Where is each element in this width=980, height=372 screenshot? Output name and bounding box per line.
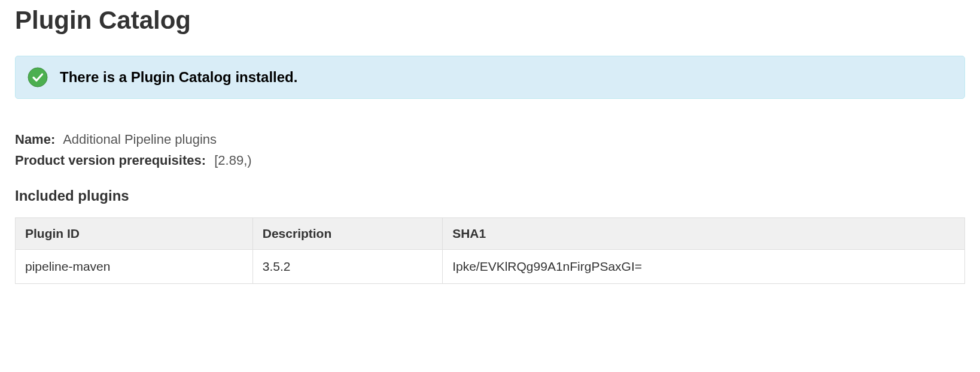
detail-name-row: Name: Additional Pipeline plugins — [15, 129, 965, 150]
cell-plugin-id: pipeline-maven — [16, 250, 253, 284]
install-status-alert: There is a Plugin Catalog installed. — [15, 56, 965, 99]
success-check-icon — [28, 67, 48, 87]
svg-point-0 — [28, 68, 47, 87]
page-title: Plugin Catalog — [15, 6, 965, 35]
plugins-table: Plugin ID Description SHA1 pipeline-mave… — [15, 217, 965, 284]
table-row: pipeline-maven 3.5.2 Ipke/EVKlRQg99A1nFi… — [16, 250, 965, 284]
cell-sha1: Ipke/EVKlRQg99A1nFirgPSaxGI= — [443, 250, 965, 284]
prereq-value: [2.89,) — [214, 153, 251, 168]
name-label: Name: — [15, 132, 55, 147]
detail-prereq-row: Product version prerequisites: [2.89,) — [15, 150, 965, 171]
th-sha1: SHA1 — [443, 218, 965, 250]
alert-message: There is a Plugin Catalog installed. — [60, 69, 297, 86]
cell-description: 3.5.2 — [252, 250, 442, 284]
prereq-label: Product version prerequisites: — [15, 153, 206, 168]
name-value: Additional Pipeline plugins — [63, 132, 217, 147]
included-plugins-heading: Included plugins — [15, 187, 965, 204]
th-description: Description — [252, 218, 442, 250]
th-plugin-id: Plugin ID — [16, 218, 253, 250]
